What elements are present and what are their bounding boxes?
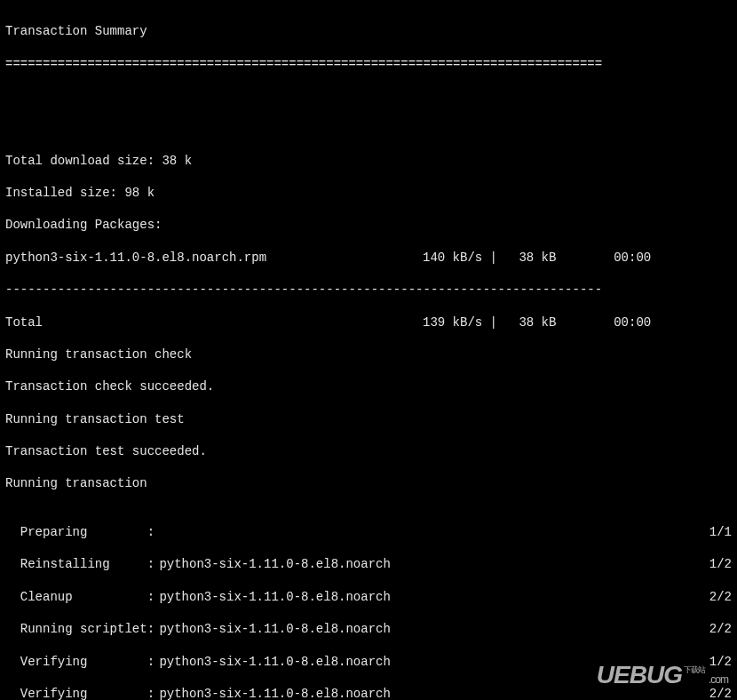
txn-step-row: Preparing :1/1	[5, 524, 732, 540]
check-line: Running transaction check	[5, 346, 732, 362]
txn-step-row: Cleanup : python3-six-1.11.0-8.el8.noarc…	[5, 589, 732, 605]
txn-step-count: 2/2	[678, 589, 732, 605]
terminal-window[interactable]: Transaction Summary ====================…	[0, 0, 737, 700]
total-size: 38 kB	[511, 314, 591, 330]
downloading-label: Downloading Packages:	[5, 217, 732, 233]
download-size-col: 38 kB	[511, 250, 591, 266]
total-time: 00:00	[591, 314, 671, 330]
total-speed: 139 kB/s |	[423, 314, 511, 330]
txn-step-row: Reinstalling : python3-six-1.11.0-8.el8.…	[5, 556, 732, 572]
total-label: Total	[5, 314, 423, 330]
download-row: python3-six-1.11.0-8.el8.noarch.rpm 140 …	[5, 250, 732, 266]
check-line: Running transaction test	[5, 411, 732, 427]
download-size: Total download size: 38 k	[5, 153, 732, 169]
txn-step-pkg: python3-six-1.11.0-8.el8.noarch	[152, 589, 678, 605]
txn-step-label: Verifying :	[5, 686, 152, 700]
txn-step-label: Running scriptlet:	[5, 621, 152, 637]
blank	[5, 120, 732, 136]
txn-step-label: Cleanup :	[5, 589, 152, 605]
download-speed: 140 kB/s |	[423, 250, 511, 266]
download-name: python3-six-1.11.0-8.el8.noarch.rpm	[5, 250, 423, 266]
watermark-dotcom: .com	[709, 673, 728, 688]
download-time: 00:00	[591, 250, 671, 266]
header-title: Transaction Summary	[5, 23, 732, 39]
txn-step-label: Reinstalling :	[5, 556, 152, 572]
total-row: Total 139 kB/s | 38 kB 00:00	[5, 314, 732, 330]
txn-step-pkg	[152, 524, 678, 540]
txn-step-row: Running scriptlet: python3-six-1.11.0-8.…	[5, 621, 732, 637]
watermark-logo: UEBUG 下载站 .com	[597, 659, 728, 691]
blank	[5, 88, 732, 104]
check-line: Transaction check succeeded.	[5, 378, 732, 394]
txn-step-count: 2/2	[678, 621, 732, 637]
check-line: Running transaction	[5, 475, 732, 491]
separator-dash: ----------------------------------------…	[5, 282, 732, 298]
separator: ========================================…	[5, 56, 732, 72]
watermark-sub: 下载站	[684, 665, 705, 676]
installed-size: Installed size: 98 k	[5, 185, 732, 201]
watermark-brand: UEBUG	[597, 659, 682, 691]
txn-step-count: 1/1	[678, 524, 732, 540]
txn-step-pkg: python3-six-1.11.0-8.el8.noarch	[152, 621, 678, 637]
txn-step-pkg: python3-six-1.11.0-8.el8.noarch	[152, 556, 678, 572]
check-line: Transaction test succeeded.	[5, 443, 732, 459]
txn-step-label: Preparing :	[5, 524, 152, 540]
txn-step-label: Verifying :	[5, 654, 152, 670]
txn-step-count: 1/2	[678, 556, 732, 572]
